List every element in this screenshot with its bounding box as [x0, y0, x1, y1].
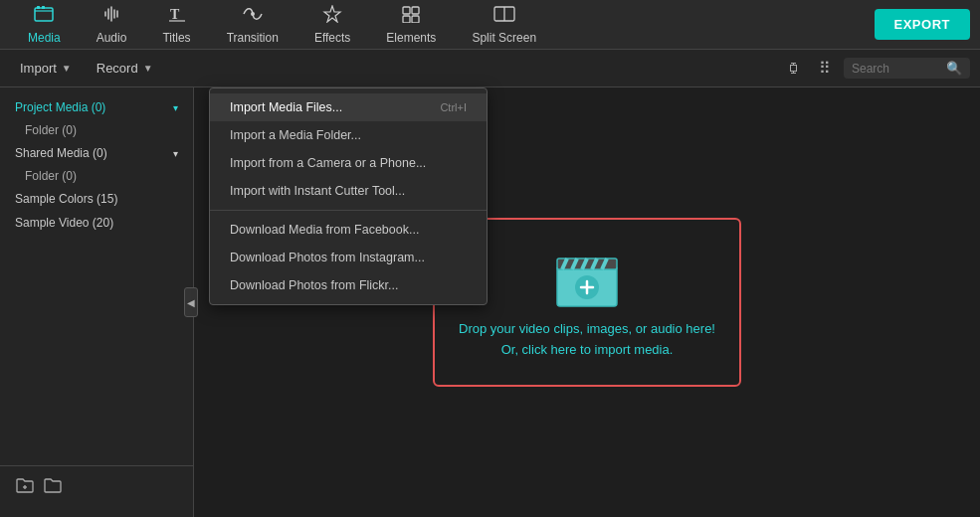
svg-rect-6: [403, 7, 410, 14]
sidebar-item-sample-video[interactable]: Sample Video (20): [0, 211, 193, 235]
import-label: Import: [20, 61, 57, 76]
sidebar-item-sample-colors[interactable]: Sample Colors (15): [0, 187, 193, 211]
svg-rect-2: [42, 6, 45, 9]
import-cutter-label: Import with Instant Cutter Tool...: [230, 184, 405, 198]
toolbar-item-effects[interactable]: Effects: [296, 0, 368, 50]
project-media-chevron-icon: ▾: [173, 102, 178, 113]
search-icon: 🔍: [946, 61, 962, 76]
svg-rect-0: [35, 8, 53, 21]
project-media-label: Project Media (0): [15, 100, 105, 114]
dropdown-import-cutter[interactable]: Import with Instant Cutter Tool...: [210, 177, 487, 205]
toolbar-item-titles-label: Titles: [162, 31, 190, 45]
toolbar-item-audio[interactable]: Audio: [79, 0, 145, 50]
transition-icon: [242, 5, 264, 28]
svg-text:T: T: [170, 7, 180, 22]
clapperboard-icon: [552, 245, 622, 309]
svg-point-5: [251, 12, 255, 16]
sub-toolbar: Import ▼ Record ▼ ⧮ ⠿ 🔍: [0, 50, 980, 87]
import-button[interactable]: Import ▼: [10, 56, 82, 81]
sidebar-item-shared-media[interactable]: Shared Media (0) ▾: [0, 141, 193, 165]
svg-rect-7: [412, 7, 419, 14]
media-icon: [34, 5, 54, 28]
dropdown-divider: [210, 210, 487, 211]
add-media-folder-button[interactable]: [15, 476, 35, 499]
import-camera-label: Import from a Camera or a Phone...: [230, 156, 426, 170]
drop-text-line1: Drop your video clips, images, or audio …: [459, 319, 715, 340]
import-media-files-label: Import Media Files...: [230, 100, 342, 114]
main-area: Project Media (0) ▾ Folder (0) Shared Me…: [0, 87, 980, 517]
search-box: 🔍: [844, 58, 970, 79]
record-label: Record: [97, 61, 138, 76]
dropdown-import-camera[interactable]: Import from a Camera or a Phone...: [210, 149, 487, 177]
drop-text-line2: Or, click here to import media.: [459, 340, 715, 361]
toolbar-item-titles[interactable]: T Titles: [144, 0, 208, 50]
audio-icon: [101, 5, 121, 28]
toolbar-item-transition[interactable]: Transition: [209, 0, 296, 50]
toolbar-item-media[interactable]: Media: [10, 0, 79, 50]
toolbar-item-media-label: Media: [28, 31, 61, 45]
sample-video-label: Sample Video (20): [15, 216, 113, 230]
dropdown-download-flickr[interactable]: Download Photos from Flickr...: [210, 271, 487, 299]
download-instagram-label: Download Photos from Instagram...: [230, 251, 425, 264]
grid-view-button[interactable]: ⠿: [811, 55, 839, 82]
toolbar-item-elements[interactable]: Elements: [368, 0, 454, 50]
sidebar-item-project-media[interactable]: Project Media (0) ▾: [0, 95, 193, 119]
dropdown-download-facebook[interactable]: Download Media from Facebook...: [210, 216, 487, 244]
record-button[interactable]: Record ▼: [87, 56, 163, 81]
import-media-folder-label: Import a Media Folder...: [230, 128, 361, 142]
search-input[interactable]: [852, 62, 941, 76]
open-folder-button[interactable]: [43, 476, 63, 499]
record-arrow-icon: ▼: [143, 63, 153, 74]
toolbar-item-audio-label: Audio: [97, 31, 127, 45]
effects-icon: [322, 5, 342, 28]
svg-rect-9: [412, 16, 419, 23]
import-media-files-shortcut: Ctrl+I: [440, 101, 467, 113]
dropdown-import-media-folder[interactable]: Import a Media Folder...: [210, 121, 487, 149]
filter-button[interactable]: ⧮: [782, 56, 806, 82]
toolbar-item-split-screen[interactable]: Split Screen: [454, 0, 554, 50]
shared-folder-label: Folder (0): [25, 169, 77, 183]
titles-icon: T: [167, 5, 187, 28]
export-button[interactable]: EXPORT: [875, 9, 970, 40]
dropdown-download-instagram[interactable]: Download Photos from Instagram...: [210, 244, 487, 271]
drop-zone-text: Drop your video clips, images, or audio …: [459, 319, 715, 361]
split-screen-icon: [493, 5, 515, 28]
svg-rect-1: [37, 6, 40, 9]
dropdown-import-media-files[interactable]: Import Media Files... Ctrl+I: [210, 93, 487, 121]
sidebar-item-shared-folder[interactable]: Folder (0): [0, 165, 193, 187]
elements-icon: [401, 5, 421, 28]
toolbar-item-transition-label: Transition: [227, 31, 279, 45]
shared-media-label: Shared Media (0): [15, 146, 107, 160]
sidebar-collapse-handle[interactable]: ◀: [184, 287, 198, 317]
toolbar-item-effects-label: Effects: [314, 31, 350, 45]
download-facebook-label: Download Media from Facebook...: [230, 223, 419, 237]
svg-rect-8: [403, 16, 410, 23]
collapse-arrow-icon: ◀: [187, 297, 195, 308]
download-flickr-label: Download Photos from Flickr...: [230, 278, 399, 292]
import-arrow-icon: ▼: [62, 63, 72, 74]
shared-media-chevron-icon: ▾: [173, 148, 178, 159]
main-toolbar: Media Audio T Titles Transition: [0, 0, 980, 50]
sample-colors-label: Sample Colors (15): [15, 192, 117, 206]
toolbar-item-elements-label: Elements: [386, 31, 436, 45]
sidebar-footer: [0, 465, 193, 509]
folder-label: Folder (0): [25, 123, 77, 137]
sidebar-item-folder[interactable]: Folder (0): [0, 119, 193, 141]
import-dropdown-menu: Import Media Files... Ctrl+I Import a Me…: [209, 87, 488, 305]
sidebar: Project Media (0) ▾ Folder (0) Shared Me…: [0, 87, 194, 517]
toolbar-item-split-screen-label: Split Screen: [472, 31, 536, 45]
